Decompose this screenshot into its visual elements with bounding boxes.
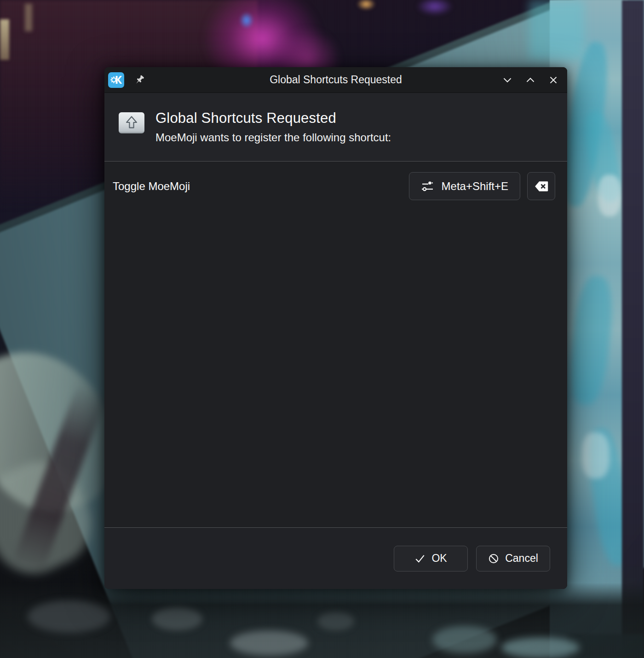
backspace-icon — [534, 180, 549, 192]
ok-button[interactable]: OK — [394, 546, 468, 571]
shortcut-row: Toggle MoeMoji Meta+Shift+E — [113, 172, 555, 200]
header-subtitle: MoeMoji wants to register the following … — [155, 131, 391, 144]
close-button[interactable] — [547, 74, 559, 86]
maximize-button[interactable] — [524, 74, 536, 86]
shift-key-icon — [119, 112, 144, 133]
pin-button[interactable] — [133, 74, 145, 86]
titlebar[interactable]: Global Shortcuts Requested — [104, 67, 567, 93]
sliders-icon — [421, 180, 434, 193]
shortcut-key-button[interactable]: Meta+Shift+E — [409, 172, 520, 200]
chevron-up-icon — [524, 74, 536, 86]
global-shortcuts-dialog: Global Shortcuts Requested — [104, 67, 567, 589]
close-icon — [547, 74, 559, 86]
header-title: Global Shortcuts Requested — [155, 110, 391, 127]
cancel-button[interactable]: Cancel — [476, 546, 550, 571]
pin-icon — [133, 74, 145, 86]
kde-logo-icon[interactable] — [108, 72, 124, 88]
dialog-content: Toggle MoeMoji Meta+Shift+E — [104, 162, 567, 527]
window-title: Global Shortcuts Requested — [104, 74, 567, 86]
cancel-button-label: Cancel — [505, 552, 538, 565]
dialog-header: Global Shortcuts Requested MoeMoji wants… — [104, 93, 567, 162]
dialog-footer: OK Cancel — [104, 527, 567, 589]
minimize-button[interactable] — [501, 74, 513, 86]
check-icon — [414, 553, 426, 564]
shortcut-action-label: Toggle MoeMoji — [113, 180, 190, 193]
prohibition-icon — [488, 553, 499, 564]
clear-shortcut-button[interactable] — [527, 172, 555, 200]
chevron-down-icon — [501, 74, 513, 86]
ok-button-label: OK — [431, 552, 447, 565]
shortcut-key-label: Meta+Shift+E — [442, 180, 508, 193]
